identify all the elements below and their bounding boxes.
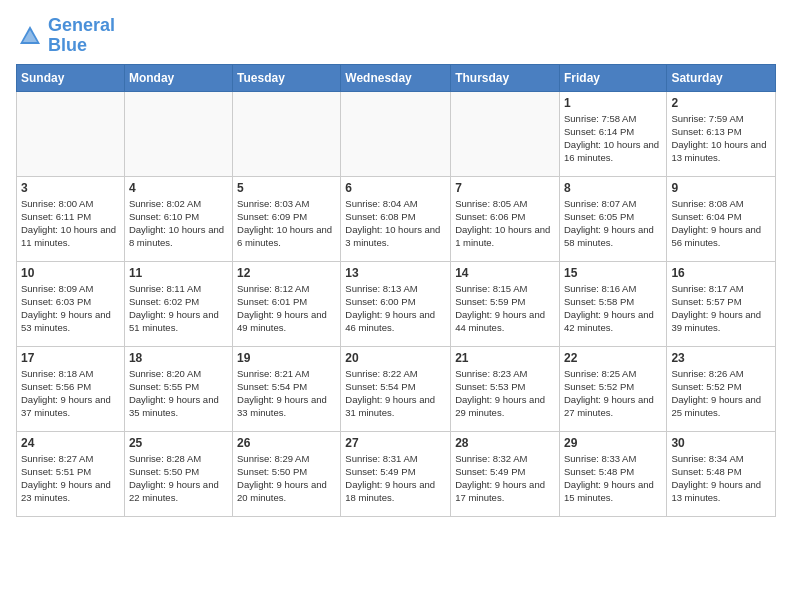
calendar-day-cell: 12Sunrise: 8:12 AM Sunset: 6:01 PM Dayli… (233, 261, 341, 346)
day-number: 19 (237, 351, 336, 365)
calendar-day-cell: 17Sunrise: 8:18 AM Sunset: 5:56 PM Dayli… (17, 346, 125, 431)
day-info: Sunrise: 8:08 AM Sunset: 6:04 PM Dayligh… (671, 197, 771, 250)
day-info: Sunrise: 8:02 AM Sunset: 6:10 PM Dayligh… (129, 197, 228, 250)
calendar-day-cell: 7Sunrise: 8:05 AM Sunset: 6:06 PM Daylig… (451, 176, 560, 261)
weekday-header: Wednesday (341, 64, 451, 91)
day-info: Sunrise: 8:25 AM Sunset: 5:52 PM Dayligh… (564, 367, 662, 420)
day-number: 18 (129, 351, 228, 365)
day-number: 23 (671, 351, 771, 365)
day-info: Sunrise: 8:13 AM Sunset: 6:00 PM Dayligh… (345, 282, 446, 335)
calendar-day-cell: 28Sunrise: 8:32 AM Sunset: 5:49 PM Dayli… (451, 431, 560, 516)
calendar-day-cell: 3Sunrise: 8:00 AM Sunset: 6:11 PM Daylig… (17, 176, 125, 261)
calendar-day-cell: 24Sunrise: 8:27 AM Sunset: 5:51 PM Dayli… (17, 431, 125, 516)
calendar-day-cell: 9Sunrise: 8:08 AM Sunset: 6:04 PM Daylig… (667, 176, 776, 261)
day-info: Sunrise: 8:33 AM Sunset: 5:48 PM Dayligh… (564, 452, 662, 505)
day-info: Sunrise: 8:07 AM Sunset: 6:05 PM Dayligh… (564, 197, 662, 250)
calendar-week-row: 24Sunrise: 8:27 AM Sunset: 5:51 PM Dayli… (17, 431, 776, 516)
day-info: Sunrise: 8:11 AM Sunset: 6:02 PM Dayligh… (129, 282, 228, 335)
day-number: 8 (564, 181, 662, 195)
day-info: Sunrise: 7:58 AM Sunset: 6:14 PM Dayligh… (564, 112, 662, 165)
calendar-week-row: 17Sunrise: 8:18 AM Sunset: 5:56 PM Dayli… (17, 346, 776, 431)
day-number: 27 (345, 436, 446, 450)
logo-text: General Blue (48, 16, 115, 56)
day-info: Sunrise: 8:09 AM Sunset: 6:03 PM Dayligh… (21, 282, 120, 335)
weekday-header: Sunday (17, 64, 125, 91)
day-number: 3 (21, 181, 120, 195)
day-number: 26 (237, 436, 336, 450)
day-number: 15 (564, 266, 662, 280)
day-number: 7 (455, 181, 555, 195)
calendar-day-cell: 2Sunrise: 7:59 AM Sunset: 6:13 PM Daylig… (667, 91, 776, 176)
calendar-day-cell: 26Sunrise: 8:29 AM Sunset: 5:50 PM Dayli… (233, 431, 341, 516)
day-info: Sunrise: 8:29 AM Sunset: 5:50 PM Dayligh… (237, 452, 336, 505)
weekday-header: Tuesday (233, 64, 341, 91)
day-number: 24 (21, 436, 120, 450)
calendar-week-row: 3Sunrise: 8:00 AM Sunset: 6:11 PM Daylig… (17, 176, 776, 261)
day-info: Sunrise: 8:16 AM Sunset: 5:58 PM Dayligh… (564, 282, 662, 335)
day-number: 4 (129, 181, 228, 195)
day-info: Sunrise: 8:31 AM Sunset: 5:49 PM Dayligh… (345, 452, 446, 505)
day-info: Sunrise: 8:22 AM Sunset: 5:54 PM Dayligh… (345, 367, 446, 420)
calendar-day-cell: 8Sunrise: 8:07 AM Sunset: 6:05 PM Daylig… (559, 176, 666, 261)
day-number: 25 (129, 436, 228, 450)
day-info: Sunrise: 8:15 AM Sunset: 5:59 PM Dayligh… (455, 282, 555, 335)
day-number: 11 (129, 266, 228, 280)
day-info: Sunrise: 8:34 AM Sunset: 5:48 PM Dayligh… (671, 452, 771, 505)
day-number: 13 (345, 266, 446, 280)
calendar-day-cell: 23Sunrise: 8:26 AM Sunset: 5:52 PM Dayli… (667, 346, 776, 431)
calendar-table: SundayMondayTuesdayWednesdayThursdayFrid… (16, 64, 776, 517)
day-number: 21 (455, 351, 555, 365)
day-info: Sunrise: 8:28 AM Sunset: 5:50 PM Dayligh… (129, 452, 228, 505)
calendar-body: 1Sunrise: 7:58 AM Sunset: 6:14 PM Daylig… (17, 91, 776, 516)
weekday-header: Saturday (667, 64, 776, 91)
calendar-day-cell: 11Sunrise: 8:11 AM Sunset: 6:02 PM Dayli… (124, 261, 232, 346)
calendar-day-cell (341, 91, 451, 176)
calendar-day-cell: 30Sunrise: 8:34 AM Sunset: 5:48 PM Dayli… (667, 431, 776, 516)
day-info: Sunrise: 8:03 AM Sunset: 6:09 PM Dayligh… (237, 197, 336, 250)
calendar-day-cell: 10Sunrise: 8:09 AM Sunset: 6:03 PM Dayli… (17, 261, 125, 346)
calendar-day-cell: 6Sunrise: 8:04 AM Sunset: 6:08 PM Daylig… (341, 176, 451, 261)
day-number: 30 (671, 436, 771, 450)
calendar-day-cell: 29Sunrise: 8:33 AM Sunset: 5:48 PM Dayli… (559, 431, 666, 516)
day-number: 17 (21, 351, 120, 365)
calendar-day-cell: 1Sunrise: 7:58 AM Sunset: 6:14 PM Daylig… (559, 91, 666, 176)
day-number: 5 (237, 181, 336, 195)
logo: General Blue (16, 16, 115, 56)
day-info: Sunrise: 8:20 AM Sunset: 5:55 PM Dayligh… (129, 367, 228, 420)
day-info: Sunrise: 8:27 AM Sunset: 5:51 PM Dayligh… (21, 452, 120, 505)
calendar-day-cell: 27Sunrise: 8:31 AM Sunset: 5:49 PM Dayli… (341, 431, 451, 516)
day-number: 10 (21, 266, 120, 280)
day-info: Sunrise: 8:05 AM Sunset: 6:06 PM Dayligh… (455, 197, 555, 250)
day-info: Sunrise: 8:26 AM Sunset: 5:52 PM Dayligh… (671, 367, 771, 420)
calendar-day-cell: 4Sunrise: 8:02 AM Sunset: 6:10 PM Daylig… (124, 176, 232, 261)
calendar-day-cell: 22Sunrise: 8:25 AM Sunset: 5:52 PM Dayli… (559, 346, 666, 431)
calendar-day-cell: 18Sunrise: 8:20 AM Sunset: 5:55 PM Dayli… (124, 346, 232, 431)
day-info: Sunrise: 8:04 AM Sunset: 6:08 PM Dayligh… (345, 197, 446, 250)
day-info: Sunrise: 8:00 AM Sunset: 6:11 PM Dayligh… (21, 197, 120, 250)
weekday-header: Monday (124, 64, 232, 91)
calendar-day-cell: 14Sunrise: 8:15 AM Sunset: 5:59 PM Dayli… (451, 261, 560, 346)
calendar-header-row: SundayMondayTuesdayWednesdayThursdayFrid… (17, 64, 776, 91)
weekday-header: Friday (559, 64, 666, 91)
day-number: 6 (345, 181, 446, 195)
day-number: 1 (564, 96, 662, 110)
calendar-week-row: 10Sunrise: 8:09 AM Sunset: 6:03 PM Dayli… (17, 261, 776, 346)
day-number: 28 (455, 436, 555, 450)
day-info: Sunrise: 8:18 AM Sunset: 5:56 PM Dayligh… (21, 367, 120, 420)
weekday-header: Thursday (451, 64, 560, 91)
calendar-day-cell: 20Sunrise: 8:22 AM Sunset: 5:54 PM Dayli… (341, 346, 451, 431)
calendar-day-cell: 5Sunrise: 8:03 AM Sunset: 6:09 PM Daylig… (233, 176, 341, 261)
calendar-day-cell (124, 91, 232, 176)
calendar-day-cell (451, 91, 560, 176)
day-info: Sunrise: 8:12 AM Sunset: 6:01 PM Dayligh… (237, 282, 336, 335)
day-info: Sunrise: 8:32 AM Sunset: 5:49 PM Dayligh… (455, 452, 555, 505)
calendar-day-cell: 13Sunrise: 8:13 AM Sunset: 6:00 PM Dayli… (341, 261, 451, 346)
day-number: 2 (671, 96, 771, 110)
page-header: General Blue (16, 16, 776, 56)
calendar-day-cell (17, 91, 125, 176)
calendar-day-cell: 25Sunrise: 8:28 AM Sunset: 5:50 PM Dayli… (124, 431, 232, 516)
calendar-day-cell (233, 91, 341, 176)
day-info: Sunrise: 8:21 AM Sunset: 5:54 PM Dayligh… (237, 367, 336, 420)
day-number: 12 (237, 266, 336, 280)
day-number: 20 (345, 351, 446, 365)
